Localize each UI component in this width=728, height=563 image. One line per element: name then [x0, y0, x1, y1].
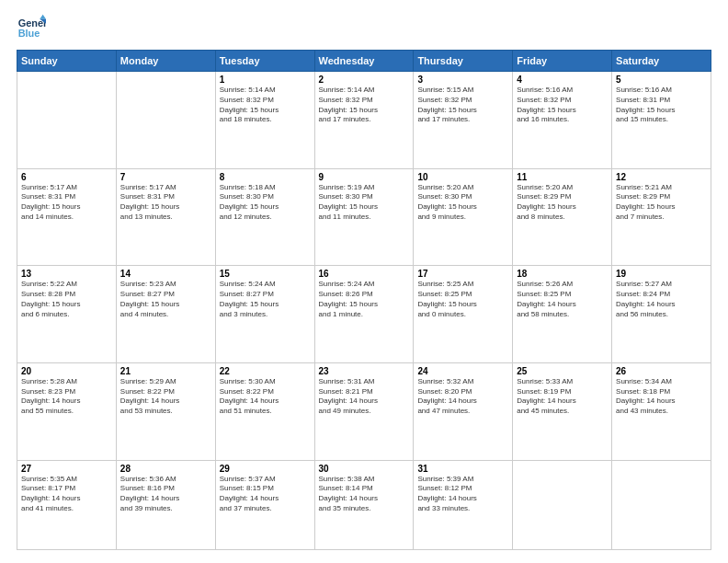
- weekday-header-friday: Friday: [513, 51, 612, 72]
- calendar-cell: 14Sunrise: 5:23 AM Sunset: 8:27 PM Dayli…: [116, 266, 215, 363]
- day-number: 16: [319, 269, 410, 279]
- calendar-cell: 7Sunrise: 5:17 AM Sunset: 8:31 PM Daylig…: [116, 168, 215, 266]
- day-number: 27: [21, 464, 112, 474]
- calendar-cell: 30Sunrise: 5:38 AM Sunset: 8:14 PM Dayli…: [314, 460, 414, 550]
- calendar-cell: 22Sunrise: 5:30 AM Sunset: 8:22 PM Dayli…: [215, 362, 314, 460]
- day-info: Sunrise: 5:27 AM Sunset: 8:24 PM Dayligh…: [616, 280, 707, 319]
- calendar-cell: [17, 72, 117, 169]
- day-number: 1: [220, 75, 311, 85]
- day-number: 25: [517, 366, 608, 376]
- weekday-header-wednesday: Wednesday: [314, 51, 414, 72]
- calendar-cell: 28Sunrise: 5:36 AM Sunset: 8:16 PM Dayli…: [116, 460, 215, 550]
- calendar-cell: 19Sunrise: 5:27 AM Sunset: 8:24 PM Dayli…: [612, 266, 711, 363]
- weekday-header-monday: Monday: [116, 51, 215, 72]
- day-number: 9: [319, 172, 410, 182]
- calendar-week-3: 13Sunrise: 5:22 AM Sunset: 8:28 PM Dayli…: [17, 266, 711, 363]
- page: General Blue SundayMondayTuesdayWednesda…: [0, 0, 728, 563]
- day-number: 3: [417, 75, 508, 85]
- day-info: Sunrise: 5:22 AM Sunset: 8:28 PM Dayligh…: [21, 280, 112, 319]
- day-info: Sunrise: 5:32 AM Sunset: 8:20 PM Dayligh…: [417, 377, 508, 417]
- calendar-cell: 26Sunrise: 5:34 AM Sunset: 8:18 PM Dayli…: [612, 362, 711, 460]
- day-number: 22: [220, 366, 311, 376]
- calendar-cell: 29Sunrise: 5:37 AM Sunset: 8:15 PM Dayli…: [215, 460, 314, 550]
- day-number: 8: [220, 172, 311, 182]
- logo-icon: General Blue: [17, 13, 46, 42]
- day-number: 2: [319, 75, 410, 85]
- day-number: 18: [517, 269, 608, 279]
- day-info: Sunrise: 5:37 AM Sunset: 8:15 PM Dayligh…: [220, 475, 311, 514]
- day-info: Sunrise: 5:21 AM Sunset: 8:29 PM Dayligh…: [616, 183, 707, 223]
- calendar-week-5: 27Sunrise: 5:35 AM Sunset: 8:17 PM Dayli…: [17, 460, 711, 550]
- calendar-cell: 11Sunrise: 5:20 AM Sunset: 8:29 PM Dayli…: [513, 168, 612, 266]
- day-number: 7: [120, 172, 211, 182]
- day-number: 20: [21, 366, 112, 376]
- calendar-cell: 20Sunrise: 5:28 AM Sunset: 8:23 PM Dayli…: [17, 362, 117, 460]
- day-number: 19: [616, 269, 707, 279]
- day-number: 30: [319, 464, 410, 474]
- day-info: Sunrise: 5:16 AM Sunset: 8:31 PM Dayligh…: [616, 86, 707, 125]
- calendar-cell: 8Sunrise: 5:18 AM Sunset: 8:30 PM Daylig…: [215, 168, 314, 266]
- day-info: Sunrise: 5:35 AM Sunset: 8:17 PM Dayligh…: [21, 475, 112, 514]
- day-number: 31: [417, 464, 508, 474]
- weekday-header-sunday: Sunday: [17, 51, 117, 72]
- day-number: 28: [120, 464, 211, 474]
- calendar-week-2: 6Sunrise: 5:17 AM Sunset: 8:31 PM Daylig…: [17, 168, 711, 266]
- calendar-week-4: 20Sunrise: 5:28 AM Sunset: 8:23 PM Dayli…: [17, 362, 711, 460]
- day-number: 26: [616, 366, 707, 376]
- calendar-cell: 9Sunrise: 5:19 AM Sunset: 8:30 PM Daylig…: [314, 168, 414, 266]
- day-info: Sunrise: 5:15 AM Sunset: 8:32 PM Dayligh…: [417, 86, 508, 125]
- day-info: Sunrise: 5:24 AM Sunset: 8:26 PM Dayligh…: [319, 280, 410, 319]
- calendar-cell: 21Sunrise: 5:29 AM Sunset: 8:22 PM Dayli…: [116, 362, 215, 460]
- day-info: Sunrise: 5:19 AM Sunset: 8:30 PM Dayligh…: [319, 183, 410, 223]
- day-info: Sunrise: 5:33 AM Sunset: 8:19 PM Dayligh…: [517, 377, 608, 417]
- calendar-cell: 4Sunrise: 5:16 AM Sunset: 8:32 PM Daylig…: [513, 72, 612, 169]
- day-info: Sunrise: 5:28 AM Sunset: 8:23 PM Dayligh…: [21, 377, 112, 417]
- day-number: 17: [417, 269, 508, 279]
- day-info: Sunrise: 5:14 AM Sunset: 8:32 PM Dayligh…: [319, 86, 410, 125]
- weekday-header-row: SundayMondayTuesdayWednesdayThursdayFrid…: [17, 51, 711, 72]
- calendar-cell: 31Sunrise: 5:39 AM Sunset: 8:12 PM Dayli…: [414, 460, 513, 550]
- day-number: 21: [120, 366, 211, 376]
- day-info: Sunrise: 5:17 AM Sunset: 8:31 PM Dayligh…: [120, 183, 211, 223]
- calendar-week-1: 1Sunrise: 5:14 AM Sunset: 8:32 PM Daylig…: [17, 72, 711, 169]
- calendar-cell: 16Sunrise: 5:24 AM Sunset: 8:26 PM Dayli…: [314, 266, 414, 363]
- day-info: Sunrise: 5:31 AM Sunset: 8:21 PM Dayligh…: [319, 377, 410, 417]
- day-number: 29: [220, 464, 311, 474]
- svg-text:Blue: Blue: [18, 28, 40, 39]
- day-info: Sunrise: 5:14 AM Sunset: 8:32 PM Dayligh…: [220, 86, 311, 125]
- weekday-header-saturday: Saturday: [612, 51, 711, 72]
- calendar-cell: 17Sunrise: 5:25 AM Sunset: 8:25 PM Dayli…: [414, 266, 513, 363]
- weekday-header-tuesday: Tuesday: [215, 51, 314, 72]
- calendar-cell: 3Sunrise: 5:15 AM Sunset: 8:32 PM Daylig…: [414, 72, 513, 169]
- day-number: 14: [120, 269, 211, 279]
- day-info: Sunrise: 5:36 AM Sunset: 8:16 PM Dayligh…: [120, 475, 211, 514]
- calendar-cell: [612, 460, 711, 550]
- calendar-cell: 2Sunrise: 5:14 AM Sunset: 8:32 PM Daylig…: [314, 72, 414, 169]
- day-info: Sunrise: 5:38 AM Sunset: 8:14 PM Dayligh…: [319, 475, 410, 514]
- svg-marker-2: [40, 15, 46, 19]
- day-number: 23: [319, 366, 410, 376]
- day-number: 11: [517, 172, 608, 182]
- calendar-cell: [116, 72, 215, 169]
- calendar-cell: 13Sunrise: 5:22 AM Sunset: 8:28 PM Dayli…: [17, 266, 117, 363]
- calendar-cell: 27Sunrise: 5:35 AM Sunset: 8:17 PM Dayli…: [17, 460, 117, 550]
- calendar-cell: [513, 460, 612, 550]
- day-info: Sunrise: 5:30 AM Sunset: 8:22 PM Dayligh…: [220, 377, 311, 417]
- header: General Blue: [17, 13, 711, 42]
- calendar-cell: 12Sunrise: 5:21 AM Sunset: 8:29 PM Dayli…: [612, 168, 711, 266]
- day-info: Sunrise: 5:26 AM Sunset: 8:25 PM Dayligh…: [517, 280, 608, 319]
- day-info: Sunrise: 5:20 AM Sunset: 8:29 PM Dayligh…: [517, 183, 608, 223]
- calendar-cell: 18Sunrise: 5:26 AM Sunset: 8:25 PM Dayli…: [513, 266, 612, 363]
- calendar-cell: 10Sunrise: 5:20 AM Sunset: 8:30 PM Dayli…: [414, 168, 513, 266]
- day-number: 13: [21, 269, 112, 279]
- day-info: Sunrise: 5:17 AM Sunset: 8:31 PM Dayligh…: [21, 183, 112, 223]
- day-info: Sunrise: 5:39 AM Sunset: 8:12 PM Dayligh…: [417, 475, 508, 514]
- day-info: Sunrise: 5:16 AM Sunset: 8:32 PM Dayligh…: [517, 86, 608, 125]
- calendar-cell: 1Sunrise: 5:14 AM Sunset: 8:32 PM Daylig…: [215, 72, 314, 169]
- day-number: 6: [21, 172, 112, 182]
- day-info: Sunrise: 5:24 AM Sunset: 8:27 PM Dayligh…: [220, 280, 311, 319]
- day-number: 10: [417, 172, 508, 182]
- day-number: 12: [616, 172, 707, 182]
- day-info: Sunrise: 5:25 AM Sunset: 8:25 PM Dayligh…: [417, 280, 508, 319]
- day-number: 15: [220, 269, 311, 279]
